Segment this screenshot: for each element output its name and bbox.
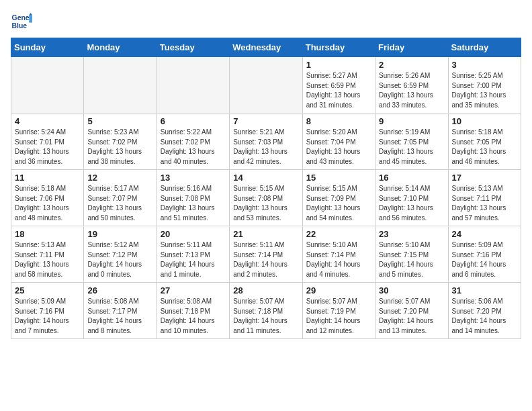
day-number: 3 — [452, 60, 517, 70]
calendar-row: 25Sunrise: 5:09 AM Sunset: 7:16 PM Dayli… — [11, 283, 521, 339]
calendar-cell — [230, 57, 302, 113]
day-number: 12 — [87, 173, 152, 183]
day-number: 28 — [233, 285, 298, 295]
day-info: Sunrise: 5:18 AM Sunset: 7:05 PM Dayligh… — [452, 128, 517, 167]
day-number: 24 — [452, 229, 517, 239]
calendar-cell — [84, 57, 157, 113]
day-number: 10 — [452, 116, 517, 126]
calendar-body: 1Sunrise: 5:27 AM Sunset: 6:59 PM Daylig… — [11, 57, 521, 339]
weekday-header-cell: Sunday — [11, 38, 84, 57]
calendar-cell: 18Sunrise: 5:13 AM Sunset: 7:11 PM Dayli… — [11, 226, 84, 283]
calendar-cell: 4Sunrise: 5:24 AM Sunset: 7:01 PM Daylig… — [11, 113, 84, 170]
weekday-header-cell: Friday — [375, 38, 448, 57]
day-info: Sunrise: 5:20 AM Sunset: 7:04 PM Dayligh… — [306, 128, 371, 167]
calendar-cell: 13Sunrise: 5:16 AM Sunset: 7:08 PM Dayli… — [157, 170, 229, 226]
day-number: 11 — [15, 173, 80, 183]
day-number: 30 — [379, 285, 444, 295]
logo-icon: General Blue — [11, 11, 32, 32]
svg-marker-2 — [29, 15, 32, 22]
day-number: 9 — [379, 116, 444, 126]
day-number: 2 — [379, 60, 444, 70]
calendar-cell: 26Sunrise: 5:08 AM Sunset: 7:17 PM Dayli… — [84, 283, 157, 339]
calendar-cell: 5Sunrise: 5:23 AM Sunset: 7:02 PM Daylig… — [84, 113, 157, 170]
calendar-cell: 25Sunrise: 5:09 AM Sunset: 7:16 PM Dayli… — [11, 283, 84, 339]
calendar-cell: 17Sunrise: 5:13 AM Sunset: 7:11 PM Dayli… — [448, 170, 521, 226]
calendar-cell — [11, 57, 84, 113]
weekday-header-cell: Saturday — [448, 38, 521, 57]
calendar-cell: 10Sunrise: 5:18 AM Sunset: 7:05 PM Dayli… — [448, 113, 521, 170]
day-info: Sunrise: 5:18 AM Sunset: 7:06 PM Dayligh… — [15, 184, 80, 223]
day-info: Sunrise: 5:25 AM Sunset: 7:00 PM Dayligh… — [452, 71, 517, 110]
calendar-row: 11Sunrise: 5:18 AM Sunset: 7:06 PM Dayli… — [11, 170, 521, 226]
calendar-cell: 7Sunrise: 5:21 AM Sunset: 7:03 PM Daylig… — [230, 113, 302, 170]
weekday-header-cell: Wednesday — [230, 38, 302, 57]
day-info: Sunrise: 5:06 AM Sunset: 7:20 PM Dayligh… — [452, 297, 517, 336]
day-info: Sunrise: 5:23 AM Sunset: 7:02 PM Dayligh… — [87, 128, 152, 167]
calendar-cell — [157, 57, 229, 113]
day-number: 17 — [452, 173, 517, 183]
day-number: 19 — [87, 229, 152, 239]
day-info: Sunrise: 5:13 AM Sunset: 7:11 PM Dayligh… — [452, 184, 517, 223]
day-info: Sunrise: 5:07 AM Sunset: 7:19 PM Dayligh… — [306, 297, 371, 336]
calendar-cell: 23Sunrise: 5:10 AM Sunset: 7:15 PM Dayli… — [375, 226, 448, 283]
calendar-cell: 11Sunrise: 5:18 AM Sunset: 7:06 PM Dayli… — [11, 170, 84, 226]
day-number: 7 — [233, 116, 298, 126]
day-number: 1 — [306, 60, 371, 70]
calendar-cell: 31Sunrise: 5:06 AM Sunset: 7:20 PM Dayli… — [448, 283, 521, 339]
day-number: 15 — [306, 173, 371, 183]
calendar-cell: 30Sunrise: 5:07 AM Sunset: 7:20 PM Dayli… — [375, 283, 448, 339]
day-info: Sunrise: 5:24 AM Sunset: 7:01 PM Dayligh… — [15, 128, 80, 167]
day-info: Sunrise: 5:10 AM Sunset: 7:15 PM Dayligh… — [379, 240, 444, 279]
day-info: Sunrise: 5:12 AM Sunset: 7:12 PM Dayligh… — [87, 240, 152, 279]
day-info: Sunrise: 5:11 AM Sunset: 7:13 PM Dayligh… — [161, 240, 226, 279]
calendar-cell: 19Sunrise: 5:12 AM Sunset: 7:12 PM Dayli… — [84, 226, 157, 283]
svg-text:Blue: Blue — [12, 22, 28, 30]
day-number: 13 — [161, 173, 226, 183]
weekday-header-cell: Thursday — [302, 38, 375, 57]
day-number: 23 — [379, 229, 444, 239]
calendar-cell: 8Sunrise: 5:20 AM Sunset: 7:04 PM Daylig… — [302, 113, 375, 170]
day-number: 26 — [87, 285, 152, 295]
day-info: Sunrise: 5:08 AM Sunset: 7:18 PM Dayligh… — [161, 297, 226, 336]
day-info: Sunrise: 5:21 AM Sunset: 7:03 PM Dayligh… — [233, 128, 298, 167]
day-number: 21 — [233, 229, 298, 239]
day-info: Sunrise: 5:15 AM Sunset: 7:08 PM Dayligh… — [233, 184, 298, 223]
day-number: 8 — [306, 116, 371, 126]
calendar-cell: 12Sunrise: 5:17 AM Sunset: 7:07 PM Dayli… — [84, 170, 157, 226]
day-info: Sunrise: 5:15 AM Sunset: 7:09 PM Dayligh… — [306, 184, 371, 223]
day-info: Sunrise: 5:07 AM Sunset: 7:20 PM Dayligh… — [379, 297, 444, 336]
day-info: Sunrise: 5:26 AM Sunset: 6:59 PM Dayligh… — [379, 71, 444, 110]
weekday-header-cell: Tuesday — [157, 38, 229, 57]
calendar-cell: 9Sunrise: 5:19 AM Sunset: 7:05 PM Daylig… — [375, 113, 448, 170]
day-number: 5 — [87, 116, 152, 126]
day-info: Sunrise: 5:22 AM Sunset: 7:02 PM Dayligh… — [161, 128, 226, 167]
day-info: Sunrise: 5:16 AM Sunset: 7:08 PM Dayligh… — [161, 184, 226, 223]
calendar-cell: 20Sunrise: 5:11 AM Sunset: 7:13 PM Dayli… — [157, 226, 229, 283]
day-info: Sunrise: 5:07 AM Sunset: 7:18 PM Dayligh… — [233, 297, 298, 336]
calendar-cell: 6Sunrise: 5:22 AM Sunset: 7:02 PM Daylig… — [157, 113, 229, 170]
calendar-cell: 16Sunrise: 5:14 AM Sunset: 7:10 PM Dayli… — [375, 170, 448, 226]
day-number: 16 — [379, 173, 444, 183]
day-number: 6 — [161, 116, 226, 126]
day-number: 27 — [161, 285, 226, 295]
calendar-cell: 22Sunrise: 5:10 AM Sunset: 7:14 PM Dayli… — [302, 226, 375, 283]
calendar-row: 4Sunrise: 5:24 AM Sunset: 7:01 PM Daylig… — [11, 113, 521, 170]
calendar-cell: 2Sunrise: 5:26 AM Sunset: 6:59 PM Daylig… — [375, 57, 448, 113]
calendar-cell: 15Sunrise: 5:15 AM Sunset: 7:09 PM Dayli… — [302, 170, 375, 226]
day-number: 22 — [306, 229, 371, 239]
day-info: Sunrise: 5:13 AM Sunset: 7:11 PM Dayligh… — [15, 240, 80, 279]
calendar-cell: 14Sunrise: 5:15 AM Sunset: 7:08 PM Dayli… — [230, 170, 302, 226]
calendar-row: 18Sunrise: 5:13 AM Sunset: 7:11 PM Dayli… — [11, 226, 521, 283]
day-info: Sunrise: 5:14 AM Sunset: 7:10 PM Dayligh… — [379, 184, 444, 223]
day-number: 14 — [233, 173, 298, 183]
day-info: Sunrise: 5:09 AM Sunset: 7:16 PM Dayligh… — [15, 297, 80, 336]
day-number: 29 — [306, 285, 371, 295]
calendar-table: SundayMondayTuesdayWednesdayThursdayFrid… — [11, 38, 521, 339]
day-number: 20 — [161, 229, 226, 239]
day-number: 18 — [15, 229, 80, 239]
page-header: General Blue — [11, 11, 521, 32]
day-number: 25 — [15, 285, 80, 295]
day-info: Sunrise: 5:27 AM Sunset: 6:59 PM Dayligh… — [306, 71, 371, 110]
calendar-cell: 28Sunrise: 5:07 AM Sunset: 7:18 PM Dayli… — [230, 283, 302, 339]
day-number: 4 — [15, 116, 80, 126]
